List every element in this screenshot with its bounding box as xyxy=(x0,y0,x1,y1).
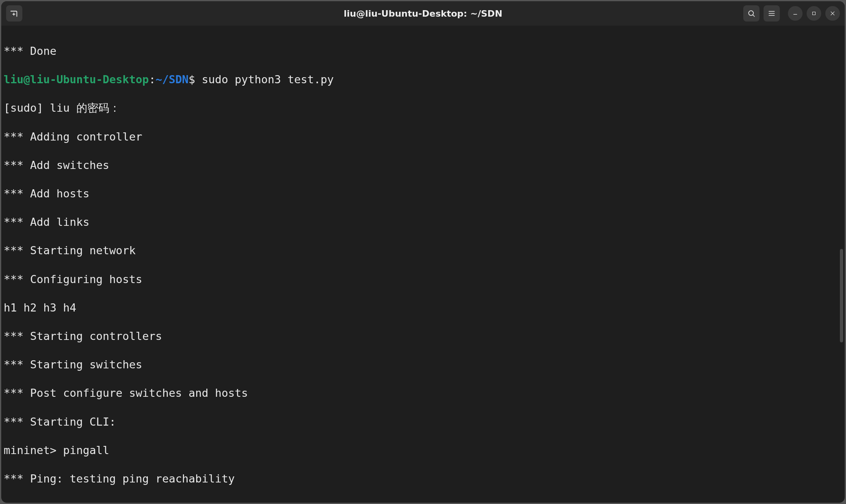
output-line: *** Starting controllers xyxy=(4,329,841,343)
svg-rect-6 xyxy=(813,12,816,15)
hamburger-menu-button[interactable] xyxy=(764,5,780,22)
new-tab-button[interactable] xyxy=(6,5,22,22)
maximize-button[interactable] xyxy=(807,6,821,21)
svg-line-1 xyxy=(753,15,755,17)
minimize-icon xyxy=(792,11,798,16)
hamburger-icon xyxy=(768,9,776,17)
window-title: liu@liu-Ubuntu-Desktop: ~/SDN xyxy=(344,9,502,19)
search-icon xyxy=(747,9,755,17)
output-line: *** Add hosts xyxy=(4,186,841,201)
maximize-icon xyxy=(811,11,816,16)
minimize-button[interactable] xyxy=(788,6,803,21)
scrollbar-thumb[interactable] xyxy=(840,249,843,342)
output-line: *** Adding controller xyxy=(4,130,841,144)
output-line: *** Starting switches xyxy=(4,357,841,372)
prompt-dollar: $ xyxy=(188,73,202,86)
output-line: *** Configuring hosts xyxy=(4,272,841,286)
close-icon xyxy=(830,11,835,16)
output-line: mininet> pingall xyxy=(4,443,841,457)
output-line: *** Done xyxy=(4,44,841,58)
new-tab-icon xyxy=(10,9,19,18)
terminal-output[interactable]: *** Done liu@liu-Ubuntu-Desktop:~/SDN$ s… xyxy=(1,26,845,503)
prompt-colon: : xyxy=(149,73,156,86)
prompt-line: liu@liu-Ubuntu-Desktop:~/SDN$ sudo pytho… xyxy=(4,72,841,87)
close-button[interactable] xyxy=(825,6,840,21)
prompt-path: /SDN xyxy=(162,73,188,86)
output-line: *** Starting CLI: xyxy=(4,415,841,429)
output-line: h1 -> h2 h3 h4 xyxy=(4,500,841,503)
output-line: h1 h2 h3 h4 xyxy=(4,301,841,315)
prompt-user-host: liu@liu-Ubuntu-Desktop xyxy=(4,73,149,86)
entered-command: sudo python3 test.py xyxy=(202,73,334,86)
search-button[interactable] xyxy=(743,5,759,22)
output-line: *** Ping: testing ping reachability xyxy=(4,472,841,486)
output-line: [sudo] liu 的密码： xyxy=(4,101,841,115)
output-line: *** Starting network xyxy=(4,243,841,257)
prompt-tilde: ~ xyxy=(156,73,162,86)
window-titlebar: liu@liu-Ubuntu-Desktop: ~/SDN xyxy=(1,1,845,26)
output-line: *** Post configure switches and hosts xyxy=(4,386,841,400)
output-line: *** Add links xyxy=(4,215,841,229)
output-line: *** Add switches xyxy=(4,158,841,172)
